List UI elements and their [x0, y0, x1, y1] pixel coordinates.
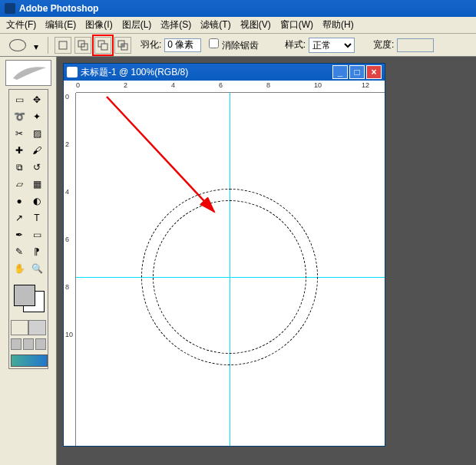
separator: [48, 37, 48, 54]
tool-crop[interactable]: ✂: [11, 125, 28, 142]
tool-preset-icon[interactable]: [9, 39, 26, 51]
color-swatches[interactable]: [11, 282, 48, 315]
screen-mode-full-menu-button[interactable]: [23, 338, 34, 350]
width-label: 宽度:: [373, 38, 394, 51]
tool-lasso[interactable]: ➰: [11, 108, 28, 125]
svg-rect-4: [101, 44, 107, 50]
tool-stamp[interactable]: ⧉: [11, 159, 28, 176]
menu-file[interactable]: 文件(F): [2, 17, 41, 33]
window-maximize-button[interactable]: □: [349, 65, 365, 79]
jump-to-imageready-button[interactable]: [11, 355, 48, 367]
ruler-tick: 4: [171, 81, 175, 89]
tool-eraser[interactable]: ▱: [11, 176, 28, 193]
app-icon: [5, 3, 15, 14]
tool-marquee[interactable]: ▭: [11, 91, 28, 108]
app-titlebar: Adobe Photoshop: [0, 0, 476, 17]
ruler-tick: 6: [219, 81, 223, 89]
tool-heal[interactable]: ✚: [11, 142, 28, 159]
selection-add-button[interactable]: [74, 37, 91, 54]
tool-dodge[interactable]: ◐: [28, 193, 46, 209]
document-title: 未标题-1 @ 100%(RGB/8): [81, 66, 188, 79]
tool-slice[interactable]: ▨: [28, 125, 46, 142]
quickmask-mode-button[interactable]: [28, 320, 46, 335]
tool-pen[interactable]: ✒: [11, 226, 28, 243]
tool-type[interactable]: T: [28, 209, 46, 226]
svg-line-8: [107, 97, 214, 212]
screen-mode-row: [11, 338, 46, 350]
tool-eyedrop[interactable]: ⁋: [28, 243, 46, 260]
document-titlebar[interactable]: 未标题-1 @ 100%(RGB/8) _ □ ×: [64, 64, 385, 81]
foreground-color-swatch[interactable]: [14, 285, 35, 306]
tool-blur[interactable]: ●: [11, 193, 28, 209]
document-window: 未标题-1 @ 100%(RGB/8) _ □ × 024681012 0246…: [63, 63, 385, 447]
ruler-horizontal[interactable]: 024681012: [76, 81, 385, 93]
style-label: 样式:: [285, 38, 306, 51]
feather-input[interactable]: [164, 38, 201, 52]
menu-edit[interactable]: 编辑(E): [41, 17, 81, 33]
tool-notes[interactable]: ✎: [11, 243, 28, 260]
menu-image[interactable]: 图像(I): [81, 17, 117, 33]
ruler-tick: 0: [65, 93, 69, 101]
brush-preview: [5, 60, 51, 86]
style-select[interactable]: 正常: [309, 38, 355, 53]
toolbox: ▭✥➰✦✂▨✚🖌⧉↺▱▦●◐↗T✒▭✎⁋✋🔍: [8, 89, 48, 369]
window-minimize-button[interactable]: _: [332, 65, 348, 79]
antialias-label: 消除锯齿: [222, 40, 259, 51]
ruler-vertical[interactable]: 0246810: [64, 93, 76, 446]
menu-view[interactable]: 视图(V): [236, 17, 276, 33]
width-input[interactable]: [397, 38, 434, 52]
ruler-tick: 10: [65, 331, 73, 338]
tool-zoom[interactable]: 🔍: [28, 260, 46, 277]
menu-select[interactable]: 选择(S): [156, 17, 196, 33]
svg-rect-0: [59, 41, 67, 49]
ruler-tick: 8: [266, 81, 270, 89]
tool-hand[interactable]: ✋: [11, 260, 28, 277]
ruler-tick: 10: [314, 81, 322, 89]
main-workspace: ▭✥➰✦✂▨✚🖌⧉↺▱▦●◐↗T✒▭✎⁋✋🔍 未标题-1 @ 100%(RGB/…: [0, 57, 476, 465]
window-close-button[interactable]: ×: [366, 65, 382, 79]
ruler-tick: 2: [65, 140, 69, 148]
ruler-tick: 4: [65, 188, 69, 196]
tool-brush[interactable]: 🖌: [28, 142, 46, 159]
menu-filter[interactable]: 滤镜(T): [196, 17, 235, 33]
app-title: Adobe Photoshop: [19, 3, 98, 14]
left-dock: ▭✥➰✦✂▨✚🖌⧉↺▱▦●◐↗T✒▭✎⁋✋🔍: [0, 57, 57, 465]
options-bar: ▾ 羽化: 消除锯齿 样式: 正常 宽度:: [0, 34, 476, 57]
feather-icon: [9, 63, 48, 83]
tool-history[interactable]: ↺: [28, 159, 46, 176]
antialias-checkbox[interactable]: 消除锯齿: [209, 38, 258, 52]
screen-mode-full-button[interactable]: [35, 338, 46, 350]
tool-gradient[interactable]: ▦: [28, 176, 46, 193]
tool-shape[interactable]: ▭: [28, 226, 46, 243]
ruler-tick: 8: [65, 283, 69, 291]
ruler-tick: 0: [76, 81, 80, 89]
menubar: 文件(F) 编辑(E) 图像(I) 图层(L) 选择(S) 滤镜(T) 视图(V…: [0, 17, 476, 34]
ruler-tick: 6: [65, 236, 69, 243]
selection-intersect-button[interactable]: [114, 37, 131, 54]
tool-move[interactable]: ✥: [28, 91, 46, 108]
ruler-tick: 12: [362, 81, 369, 89]
selection-new-button[interactable]: [55, 37, 71, 54]
document-icon: [67, 67, 78, 78]
selection-subtract-button[interactable]: [94, 37, 111, 54]
annotation-arrow: [99, 93, 230, 223]
standard-mode-button[interactable]: [11, 320, 28, 335]
document-canvas[interactable]: [76, 93, 385, 446]
feather-label: 羽化:: [140, 38, 161, 51]
tool-wand[interactable]: ✦: [28, 108, 46, 125]
svg-rect-7: [121, 44, 124, 47]
tool-preset-dropdown-icon[interactable]: ▾: [34, 41, 41, 49]
menu-window[interactable]: 窗口(W): [276, 17, 318, 33]
menu-help[interactable]: 帮助(H): [318, 17, 359, 33]
selection-marquee-inner: [153, 200, 306, 354]
ruler-tick: 2: [124, 81, 127, 89]
screen-mode-standard-button[interactable]: [11, 338, 21, 350]
edit-mode-row: [11, 320, 46, 335]
tool-path[interactable]: ↗: [11, 209, 28, 226]
menu-layer[interactable]: 图层(L): [117, 17, 157, 33]
